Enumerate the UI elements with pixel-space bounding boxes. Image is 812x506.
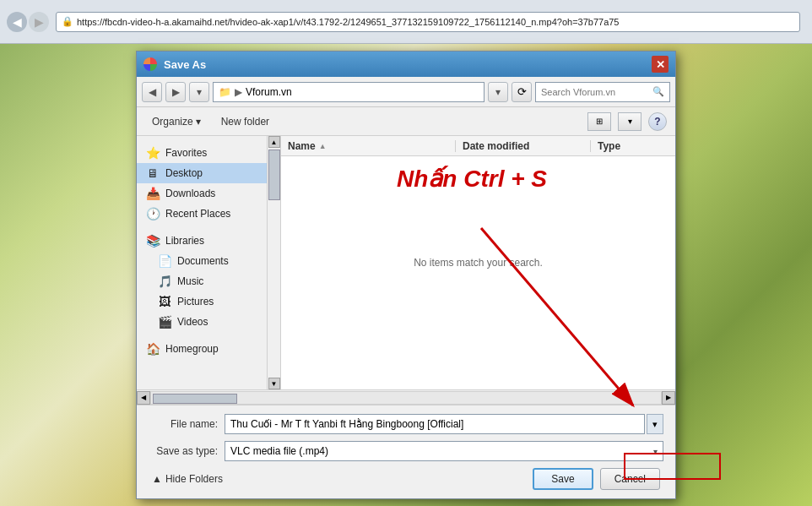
filename-input[interactable]: [225, 414, 645, 434]
sidebar-item-documents[interactable]: 📄 Documents: [137, 251, 267, 271]
sort-arrow-icon: ▲: [319, 142, 327, 150]
dialog-forward-button[interactable]: ▶: [165, 82, 186, 102]
new-folder-label: New folder: [221, 116, 269, 128]
videos-label: Videos: [177, 316, 208, 328]
sidebar-item-favorites: ⭐ Favorites: [137, 143, 267, 163]
dialog-toolbar: Organize ▾ New folder ⊞ ▾ ?: [137, 107, 675, 136]
homegroup-label: Homegroup: [165, 343, 219, 355]
column-type-label: Type: [598, 140, 620, 152]
save-as-dialog: Save As ✕ ◀ ▶ ▾ 📁 ▶ Vforum.vn ▾ ⟳ 🔍 Orga…: [136, 51, 676, 499]
browser-back-button[interactable]: ◀: [7, 12, 27, 32]
savetype-select[interactable]: VLC media file (.mp4) ▾: [225, 441, 663, 461]
folder-icon: 📁: [219, 86, 231, 98]
savetype-row: Save as type: VLC media file (.mp4) ▾: [149, 441, 663, 461]
dialog-main-area: ⭐ Favorites 🖥 Desktop 📥 Downloads 🕐 Rece…: [137, 136, 675, 389]
hide-folders-button[interactable]: ▲ Hide Folders: [152, 473, 223, 485]
sidebar: ⭐ Favorites 🖥 Desktop 📥 Downloads 🕐 Rece…: [137, 136, 268, 389]
search-box[interactable]: 🔍: [535, 82, 670, 102]
hscroll-track[interactable]: [150, 391, 662, 405]
desktop-icon: 🖥: [145, 166, 160, 180]
sidebar-item-downloads[interactable]: 📥 Downloads: [137, 183, 267, 204]
dialog-up-button[interactable]: ▾: [189, 82, 209, 102]
dialog-title: Save As: [164, 58, 652, 71]
hscroll-left-button[interactable]: ◀: [137, 391, 150, 405]
help-button[interactable]: ?: [648, 112, 667, 131]
search-icon: 🔍: [652, 86, 664, 97]
hide-folders-label: Hide Folders: [165, 473, 223, 485]
dialog-overlay: Save As ✕ ◀ ▶ ▾ 📁 ▶ Vforum.vn ▾ ⟳ 🔍 Orga…: [0, 44, 812, 506]
column-name-label: Name: [288, 140, 316, 152]
dialog-dropdown-button[interactable]: ▾: [488, 82, 508, 102]
videos-icon: 🎬: [157, 315, 172, 329]
organize-label: Organize: [152, 116, 193, 128]
browser-forward-button[interactable]: ▶: [29, 12, 49, 32]
homegroup-icon: 🏠: [145, 342, 160, 356]
breadcrumb[interactable]: 📁 ▶ Vforum.vn: [213, 82, 484, 102]
sidebar-item-homegroup[interactable]: 🏠 Homegroup: [137, 339, 267, 359]
libraries-label: Libraries: [165, 235, 204, 247]
current-folder-label: Vforum.vn: [246, 86, 292, 98]
savetype-label: Save as type:: [149, 445, 225, 457]
music-icon: 🎵: [157, 275, 172, 288]
savetype-value: VLC media file (.mp4): [230, 445, 328, 457]
column-date-label: Date modified: [463, 140, 529, 152]
music-label: Music: [177, 275, 203, 287]
button-row: ▲ Hide Folders Save Cancel: [149, 468, 663, 490]
scroll-up-button[interactable]: ▲: [268, 136, 280, 148]
view-dropdown-button[interactable]: ▾: [618, 112, 641, 131]
favorites-icon: ⭐: [145, 146, 160, 160]
chrome-logo-icon: [143, 57, 157, 71]
scroll-thumb[interactable]: [268, 150, 280, 200]
breadcrumb-separator: ▶: [235, 86, 242, 98]
cancel-button[interactable]: Cancel: [600, 468, 660, 490]
sidebar-item-desktop[interactable]: 🖥 Desktop: [137, 163, 267, 183]
savetype-dropdown-arrow-icon: ▾: [653, 447, 658, 456]
dialog-refresh-button[interactable]: ⟳: [512, 82, 532, 102]
dialog-titlebar: Save As ✕: [137, 52, 675, 77]
ssl-lock-icon: 🔒: [62, 16, 73, 27]
column-type[interactable]: Type: [591, 140, 675, 152]
desktop-label: Desktop: [165, 167, 203, 179]
dialog-close-button[interactable]: ✕: [652, 56, 669, 73]
filename-dropdown-button[interactable]: ▾: [647, 414, 663, 434]
documents-label: Documents: [177, 255, 229, 267]
downloads-label: Downloads: [165, 188, 215, 199]
libraries-icon: 📚: [145, 234, 160, 248]
documents-icon: 📄: [157, 254, 172, 268]
dialog-address-bar: ◀ ▶ ▾ 📁 ▶ Vforum.vn ▾ ⟳ 🔍: [137, 77, 675, 107]
downloads-icon: 📥: [145, 187, 160, 200]
hscroll-right-button[interactable]: ▶: [662, 391, 675, 405]
sidebar-item-libraries: 📚 Libraries: [137, 231, 267, 251]
recent-places-icon: 🕐: [145, 207, 160, 220]
column-name[interactable]: Name ▲: [281, 140, 456, 152]
dialog-back-button[interactable]: ◀: [142, 82, 162, 102]
filename-label: File name:: [149, 418, 225, 430]
organize-button[interactable]: Organize ▾: [145, 112, 208, 132]
hide-icon: ▲: [152, 473, 162, 485]
filename-row: File name: ▾: [149, 414, 663, 434]
pictures-icon: 🖼: [157, 295, 172, 308]
horizontal-scrollbar[interactable]: ◀ ▶: [137, 389, 675, 405]
sidebar-item-recent-places[interactable]: 🕐 Recent Places: [137, 204, 267, 224]
column-date[interactable]: Date modified: [456, 140, 591, 152]
browser-address-bar[interactable]: 🔒 https://fbcdn-video-h-a.akamaihd.net/h…: [56, 12, 800, 32]
url-text: https://fbcdn-video-h-a.akamaihd.net/hvi…: [77, 17, 620, 27]
scroll-down-button[interactable]: ▼: [268, 378, 280, 389]
vertical-scrollbar[interactable]: ▲ ▼: [268, 136, 281, 389]
save-button[interactable]: Save: [533, 468, 593, 490]
recent-places-label: Recent Places: [165, 208, 230, 220]
file-list-header: Name ▲ Date modified Type: [281, 136, 675, 156]
sidebar-item-music[interactable]: 🎵 Music: [137, 271, 267, 291]
empty-list-message: No items match your search.: [414, 257, 543, 269]
browser-chrome: ◀ ▶ 🔒 https://fbcdn-video-h-a.akamaihd.n…: [0, 0, 812, 44]
search-input[interactable]: [541, 87, 652, 97]
file-list-area: Name ▲ Date modified Type No items match…: [281, 136, 675, 389]
view-button[interactable]: ⊞: [587, 112, 611, 131]
sidebar-item-pictures[interactable]: 🖼 Pictures: [137, 291, 267, 312]
organize-arrow-icon: ▾: [196, 116, 201, 128]
sidebar-item-videos[interactable]: 🎬 Videos: [137, 312, 267, 332]
new-folder-button[interactable]: New folder: [214, 112, 276, 132]
pictures-label: Pictures: [177, 296, 214, 307]
view-icon: ⊞: [596, 117, 603, 126]
hscroll-thumb[interactable]: [153, 394, 237, 404]
